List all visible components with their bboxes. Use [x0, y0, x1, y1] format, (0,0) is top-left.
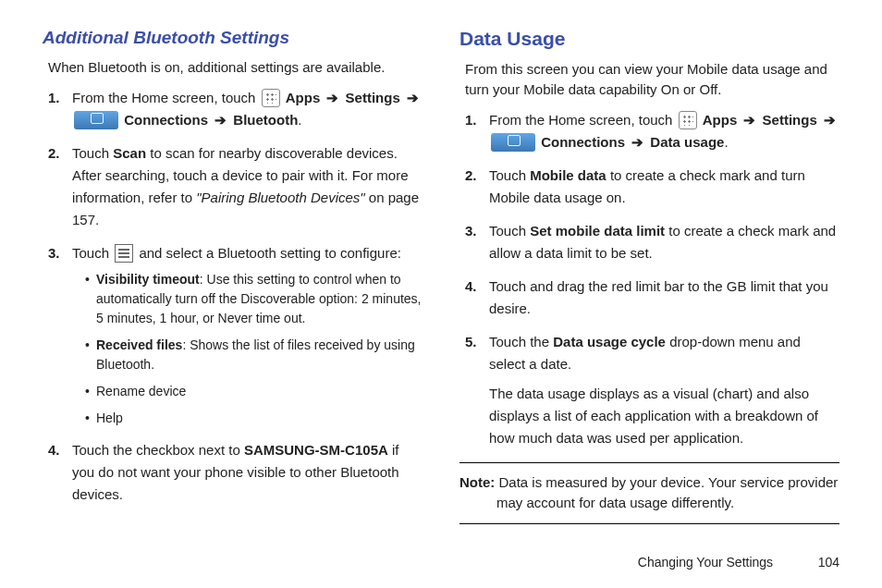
- label-settings: Settings: [346, 90, 400, 105]
- step-4: 4. Touch and drag the red limit bar to t…: [489, 276, 839, 320]
- step-5: 5. Touch the Data usage cycle drop-down …: [489, 331, 839, 449]
- step-3: 3. Touch and select a Bluetooth setting …: [72, 242, 423, 428]
- bullet-visibility: Visibility timeout: Use this setting to …: [85, 270, 423, 328]
- step-3: 3. Touch Set mobile data limit to create…: [489, 220, 839, 264]
- apps-grid-icon: [262, 89, 280, 107]
- note-text: Data is measured by your device. Your se…: [495, 474, 838, 511]
- menu-icon: [115, 244, 133, 263]
- arrow-icon: ➔: [824, 112, 836, 128]
- text: Touch: [72, 245, 113, 261]
- text: The data usage displays as a visual (cha…: [489, 383, 839, 449]
- label-setlimit: Set mobile data limit: [530, 223, 665, 239]
- right-column: Data Usage From this screen you can view…: [459, 28, 839, 524]
- text: Touch the: [489, 334, 553, 349]
- step-2: 2. Touch Scan to scan for nearby discove…: [72, 142, 423, 231]
- text: Touch: [489, 223, 530, 239]
- heading-bluetooth: Additional Bluetooth Settings: [43, 28, 423, 48]
- arrow-icon: ➔: [214, 112, 227, 128]
- text: From the Home screen, touch: [489, 112, 677, 128]
- arrow-icon: ➔: [326, 90, 338, 105]
- left-column: Additional Bluetooth Settings When Bluet…: [43, 28, 423, 524]
- intro-text: From this screen you can view your Mobil…: [465, 59, 838, 100]
- arrow-icon: ➔: [407, 90, 419, 105]
- label: Received files: [96, 337, 182, 352]
- text: From the Home screen, touch: [72, 90, 260, 105]
- note-block: Note: Data is measured by your device. Y…: [459, 462, 839, 524]
- cross-reference: "Pairing Bluetooth Devices": [196, 190, 364, 205]
- label-scan: Scan: [113, 145, 146, 161]
- step-1: 1. From the Home screen, touch Apps ➔ Se…: [72, 87, 423, 131]
- label-apps: Apps: [286, 90, 321, 105]
- label-apps: Apps: [703, 112, 738, 128]
- arrow-icon: ➔: [743, 112, 755, 128]
- intro-text: When Bluetooth is on, additional setting…: [48, 57, 421, 78]
- label-connections: Connections: [124, 112, 208, 128]
- label-connections: Connections: [541, 134, 625, 150]
- bullet-rename: Rename device: [85, 382, 423, 401]
- text: Touch and drag the red limit bar to the …: [489, 278, 828, 316]
- connections-icon: [74, 111, 118, 129]
- heading-datausage: Data Usage: [459, 28, 839, 50]
- text: and select a Bluetooth setting to config…: [139, 245, 401, 261]
- step-2: 2. Touch Mobile data to create a check m…: [489, 165, 839, 209]
- connections-icon: [491, 133, 535, 152]
- note-label: Note:: [459, 474, 495, 490]
- bullet-help: Help: [85, 409, 423, 428]
- step-1: 1. From the Home screen, touch Apps ➔ Se…: [489, 109, 839, 153]
- text: Touch the checkbox next to: [72, 442, 244, 458]
- bullet-received: Received files: Shows the list of files …: [85, 336, 423, 374]
- step-4: 4. Touch the checkbox next to SAMSUNG-SM…: [72, 439, 423, 506]
- section-name: Changing Your Settings: [638, 555, 773, 570]
- page-footer: Changing Your Settings 104: [638, 555, 839, 570]
- label: Visibility timeout: [96, 272, 200, 287]
- text: Touch: [489, 167, 530, 183]
- label-mobiledata: Mobile data: [530, 167, 606, 183]
- label-datausage: Data usage: [650, 134, 724, 150]
- label-settings: Settings: [763, 112, 817, 128]
- text: Touch: [72, 145, 113, 161]
- label-cycle: Data usage cycle: [553, 334, 666, 349]
- label-bluetooth: Bluetooth: [233, 112, 298, 128]
- page-number: 104: [799, 555, 839, 570]
- arrow-icon: ➔: [631, 134, 643, 150]
- label-model: SAMSUNG-SM-C105A: [244, 442, 388, 458]
- apps-grid-icon: [679, 111, 697, 129]
